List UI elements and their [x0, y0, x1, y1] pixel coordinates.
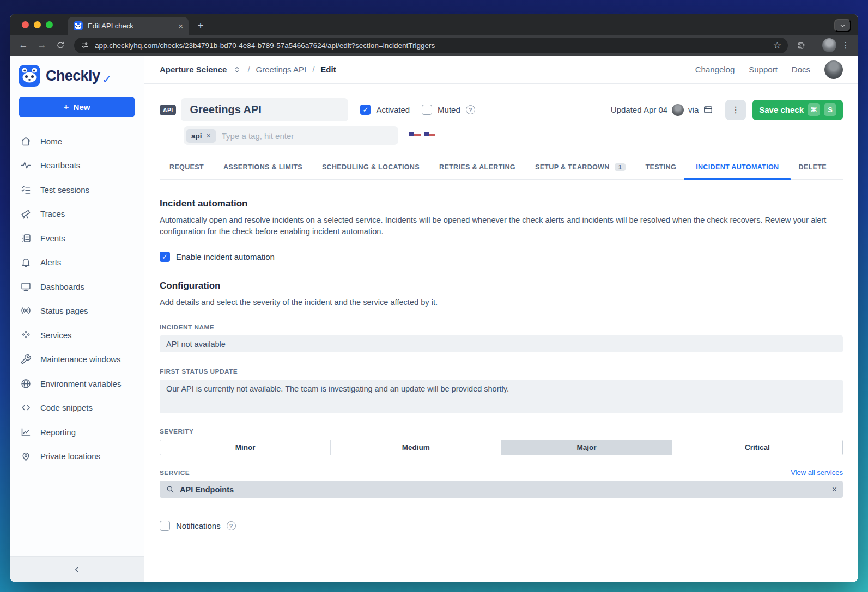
sidebar-item-private-locations[interactable]: Private locations	[10, 444, 144, 469]
chevron-down-icon	[839, 22, 846, 29]
sidebar-item-home[interactable]: Home	[10, 129, 144, 154]
notifications-label: Notifications	[176, 521, 221, 530]
tab-label: DELETE	[799, 163, 827, 171]
forward-button[interactable]: →	[34, 37, 50, 53]
activated-label: Activated	[376, 105, 410, 114]
activated-toggle: ✓ Activated	[360, 105, 410, 115]
activated-checkbox[interactable]: ✓	[360, 105, 371, 115]
browser-tab[interactable]: Edit API check ×	[68, 17, 189, 35]
severity-option-major[interactable]: Major	[501, 440, 672, 455]
back-button[interactable]: ←	[15, 37, 32, 53]
sidebar-item-label: Services	[40, 331, 72, 340]
header-links: Changelog Support Docs	[695, 60, 843, 79]
address-bar[interactable]: app.checklyhq.com/checks/23b4791b-bd70-4…	[74, 38, 788, 53]
sidebar-item-status-pages[interactable]: Status pages	[10, 299, 144, 324]
tab-scheduling-locations[interactable]: SCHEDULING & LOCATIONS	[321, 158, 421, 179]
severity-option-minor[interactable]: Minor	[160, 440, 330, 455]
new-tab-button[interactable]: +	[193, 18, 208, 33]
sidebar-collapse-button[interactable]	[10, 556, 144, 582]
view-all-services-link[interactable]: View all services	[791, 468, 843, 477]
new-button[interactable]: + New	[19, 97, 135, 117]
sidebar-item-dashboards[interactable]: Dashboards	[10, 274, 144, 299]
tab-incident-automation[interactable]: INCIDENT AUTOMATION	[695, 158, 780, 179]
tag-input-box[interactable]: api ×	[184, 126, 398, 145]
save-check-button[interactable]: Save check ⌘ S	[752, 100, 843, 120]
account-switcher-sort-icon[interactable]	[233, 65, 241, 74]
brand[interactable]: Checkly ✓	[10, 56, 144, 94]
sidebar-item-alerts[interactable]: Alerts	[10, 251, 144, 275]
tab-close-icon[interactable]: ×	[178, 22, 183, 30]
check-name-input[interactable]	[181, 98, 348, 121]
check-icon: ✓	[162, 253, 168, 261]
close-window-button[interactable]	[22, 21, 29, 28]
enable-incident-checkbox[interactable]: ✓	[160, 252, 170, 262]
app-header: Aperture Science / Greetings API / Edit …	[144, 56, 858, 84]
via-text: via	[688, 105, 699, 114]
sidebar-item-label: Heartbeats	[40, 161, 80, 170]
tab-request[interactable]: REQUEST	[168, 158, 205, 179]
extensions-button[interactable]	[793, 37, 810, 53]
sidebar-item-traces[interactable]: Traces	[10, 202, 144, 227]
clear-service-icon[interactable]: ×	[832, 485, 837, 494]
code-icon	[20, 402, 32, 413]
tab-retries-alerting[interactable]: RETRIES & ALERTING	[438, 158, 517, 179]
sidebar-item-events[interactable]: Events	[10, 226, 144, 251]
minimize-window-button[interactable]	[34, 21, 41, 28]
breadcrumb-check-link[interactable]: Greetings API	[256, 65, 307, 74]
service-header: SERVICE View all services	[160, 468, 843, 477]
sidebar-item-reporting[interactable]: Reporting	[10, 420, 144, 444]
more-options-button[interactable]: ⋮	[725, 100, 746, 120]
first-status-update-textarea[interactable]: Our API is currently not available. The …	[160, 380, 843, 413]
notifications-help-icon[interactable]: ?	[227, 521, 236, 530]
changelog-link[interactable]: Changelog	[695, 65, 735, 74]
check-icon: ✓	[362, 106, 368, 114]
first-status-update-label: FIRST STATUS UPDATE	[160, 368, 843, 375]
brand-check-icon: ✓	[102, 73, 112, 86]
support-link[interactable]: Support	[749, 65, 778, 74]
tab-label: ASSERTIONS & LIMITS	[223, 163, 302, 171]
notifications-checkbox[interactable]	[160, 521, 170, 531]
tab-search-button[interactable]	[834, 19, 851, 32]
tag-chip[interactable]: api ×	[186, 129, 216, 143]
muted-checkbox[interactable]	[422, 105, 432, 115]
sidebar-item-code-snippets[interactable]: Code snippets	[10, 396, 144, 420]
service-select[interactable]: API Endpoints ×	[160, 481, 843, 498]
breadcrumb: Aperture Science / Greetings API / Edit	[160, 65, 336, 74]
browser-tab-strip: Edit API check × +	[10, 14, 858, 35]
sidebar-item-maintenance-windows[interactable]: Maintenance windows	[10, 347, 144, 372]
kebab-icon: ⋮	[731, 105, 740, 115]
sidebar-item-test-sessions[interactable]: Test sessions	[10, 178, 144, 202]
docs-link[interactable]: Docs	[792, 65, 810, 74]
sidebar-item-label: Home	[40, 137, 62, 146]
tab-testing[interactable]: TESTING	[644, 158, 677, 179]
sidebar-item-heartbeats[interactable]: Heartbeats	[10, 154, 144, 178]
sidebar-item-services[interactable]: Services	[10, 323, 144, 347]
muted-toggle: Muted ?	[422, 105, 475, 115]
notifications-toggle: Notifications ?	[160, 521, 843, 531]
severity-option-medium[interactable]: Medium	[330, 440, 501, 455]
browser-menu-button[interactable]: ⋮	[839, 40, 853, 51]
reload-button[interactable]	[52, 37, 69, 53]
muted-help-icon[interactable]: ?	[466, 105, 475, 114]
site-settings-icon[interactable]	[81, 41, 89, 50]
account-switcher[interactable]: Aperture Science	[160, 65, 227, 74]
url-text[interactable]: app.checklyhq.com/checks/23b4791b-bd70-4…	[95, 41, 768, 50]
incident-name-input[interactable]	[160, 335, 843, 352]
checkly-logo-icon	[19, 65, 40, 87]
user-avatar[interactable]	[824, 60, 843, 79]
sidebar-item-environment-variables[interactable]: Environment variables	[10, 371, 144, 396]
tag-input[interactable]	[221, 131, 396, 141]
remove-tag-icon[interactable]: ×	[207, 131, 211, 140]
bookmark-star-icon[interactable]: ☆	[773, 40, 781, 51]
plus-icon: +	[64, 102, 69, 113]
tab-assertions-limits[interactable]: ASSERTIONS & LIMITS	[222, 158, 304, 179]
severity-option-critical[interactable]: Critical	[672, 440, 842, 455]
zoom-window-button[interactable]	[46, 21, 53, 28]
tab-setup-teardown[interactable]: SETUP & TEARDOWN 1	[534, 158, 627, 179]
tab-delete[interactable]: DELETE	[798, 158, 828, 179]
chevron-left-icon	[72, 565, 81, 574]
enable-incident-automation: ✓ Enable incident automation	[160, 252, 843, 262]
browser-profile-avatar[interactable]	[822, 38, 836, 52]
tab-label: INCIDENT AUTOMATION	[696, 163, 779, 171]
tab-label: SETUP & TEARDOWN	[535, 163, 610, 171]
